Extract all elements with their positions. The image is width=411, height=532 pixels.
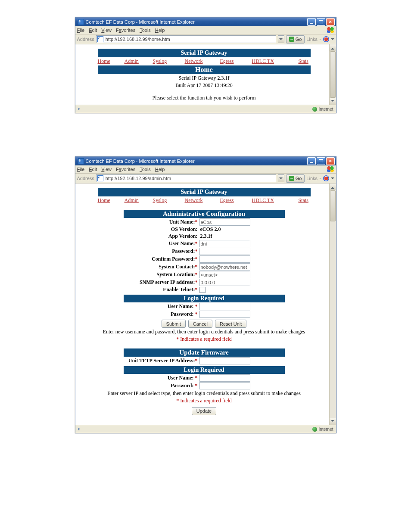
address-box[interactable] <box>96 174 276 182</box>
ie-icon <box>78 158 84 164</box>
login2-note: Enter server IP and select type, then en… <box>85 390 324 397</box>
cancel-button[interactable]: Cancel <box>188 320 212 328</box>
system-location-label: System Location:* <box>85 271 199 278</box>
toolbar-overflow-icon[interactable] <box>331 177 334 180</box>
scroll-thumb[interactable] <box>330 190 336 221</box>
scroll-up-button[interactable] <box>330 44 336 51</box>
address-dropdown[interactable] <box>278 174 284 182</box>
nav-hdlctx[interactable]: HDLC TX <box>252 58 299 65</box>
menu-help[interactable]: Help <box>155 28 165 33</box>
menu-edit[interactable]: Edit <box>89 28 97 33</box>
nav-hdlctx[interactable]: HDLC TX <box>252 197 299 204</box>
menu-tools[interactable]: Tools <box>140 28 151 33</box>
admin-config-title: Administrative Configuration <box>124 210 285 218</box>
menu-help[interactable]: Help <box>155 167 165 172</box>
nav-admin[interactable]: Admin <box>125 58 153 65</box>
status-zone: Internet <box>319 107 333 112</box>
maximize-button[interactable] <box>317 18 325 26</box>
scroll-thumb[interactable] <box>330 51 336 98</box>
nav-syslog[interactable]: Syslog <box>153 197 185 204</box>
vertical-scrollbar[interactable] <box>329 184 336 425</box>
go-button[interactable]: →Go <box>286 174 305 183</box>
app-version-value: 2.3.1f <box>199 233 212 240</box>
password-input[interactable] <box>199 248 250 255</box>
address-input[interactable] <box>105 175 275 181</box>
address-label: Address <box>77 176 94 181</box>
nav-tabs: Home Admin Syslog Network Egress HDLC TX… <box>98 57 311 65</box>
minimize-button[interactable] <box>307 157 316 165</box>
nav-network[interactable]: Network <box>185 58 220 65</box>
menu-file[interactable]: File <box>77 167 85 172</box>
unit-name-input[interactable] <box>199 218 250 226</box>
nav-home[interactable]: Home <box>98 197 125 204</box>
scroll-up-button[interactable] <box>330 184 336 190</box>
security-shield-icon[interactable] <box>323 175 329 181</box>
tftp-ip-label: Unit TFTP Server IP Address:* <box>85 358 199 364</box>
address-box[interactable] <box>96 35 276 43</box>
snmp-ip-label: SNMP server IP address:* <box>85 279 199 286</box>
minimize-button[interactable] <box>307 18 316 26</box>
maximize-button[interactable] <box>317 157 325 165</box>
user-name-label: User Name:* <box>85 240 199 247</box>
menubar: File Edit View Favorites Tools Help <box>75 165 336 174</box>
nav-home[interactable]: Home <box>98 58 125 65</box>
security-shield-icon[interactable] <box>323 36 329 42</box>
reset-unit-button[interactable]: Reset Unit <box>215 320 246 328</box>
system-contact-input[interactable] <box>199 263 250 271</box>
login2-user-label: User Name: * <box>85 375 199 381</box>
menu-favorites[interactable]: Favorites <box>116 28 135 33</box>
status-zone: Internet <box>319 427 333 432</box>
login1-pass-input[interactable] <box>199 311 250 318</box>
menu-view[interactable]: View <box>101 28 112 33</box>
nav-admin[interactable]: Admin <box>125 197 153 204</box>
page-viewport: Serial IP Gateway Home Admin Syslog Netw… <box>75 44 336 105</box>
nav-egress[interactable]: Egress <box>220 197 252 204</box>
nav-stats[interactable]: Stats <box>299 58 308 65</box>
titlebar: Comtech EF Data Corp - Microsoft Interne… <box>75 157 336 165</box>
login1-user-input[interactable] <box>199 303 250 310</box>
links-label[interactable]: Links <box>306 37 318 42</box>
menu-file[interactable]: File <box>77 28 85 33</box>
links-label[interactable]: Links <box>306 176 318 181</box>
system-location-input[interactable] <box>199 271 250 278</box>
app-banner: Serial IP Gateway <box>98 49 311 57</box>
menu-view[interactable]: View <box>101 167 112 172</box>
close-button[interactable] <box>326 18 335 26</box>
submit-button[interactable]: Submit <box>162 320 186 328</box>
scroll-down-button[interactable] <box>330 418 336 425</box>
nav-stats[interactable]: Stats <box>299 197 308 204</box>
address-dropdown[interactable] <box>278 35 284 43</box>
enable-telnet-checkbox[interactable] <box>199 287 206 293</box>
menubar: File Edit View Favorites Tools Help <box>75 26 336 34</box>
snmp-ip-input[interactable] <box>199 279 250 286</box>
ie-icon <box>78 19 84 25</box>
close-button[interactable] <box>326 157 335 165</box>
vertical-scrollbar[interactable] <box>329 44 336 105</box>
go-button[interactable]: →Go <box>286 35 305 44</box>
nav-network[interactable]: Network <box>185 197 220 204</box>
login-required-1-title: Login Required <box>124 295 285 302</box>
scroll-down-button[interactable] <box>330 98 336 105</box>
instruction-line: Please select the function tab you wish … <box>85 95 324 101</box>
build-line: Built Apr 17 2007 13:49:20 <box>85 82 324 89</box>
user-name-input[interactable] <box>199 240 250 247</box>
os-version-label: OS Version: <box>85 226 199 233</box>
login2-pass-input[interactable] <box>199 382 250 389</box>
login2-user-input[interactable] <box>199 374 250 382</box>
menu-edit[interactable]: Edit <box>89 167 97 172</box>
login1-pass-label: Password: * <box>85 311 199 317</box>
window-title: Comtech EF Data Corp - Microsoft Interne… <box>86 19 195 25</box>
nav-tabs: Home Admin Syslog Network Egress HDLC TX… <box>98 196 311 205</box>
menu-tools[interactable]: Tools <box>140 167 151 172</box>
confirm-password-input[interactable] <box>199 255 250 263</box>
status-bar: Internet <box>75 425 336 433</box>
internet-zone-icon <box>312 107 317 112</box>
tftp-ip-input[interactable] <box>199 357 250 364</box>
nav-syslog[interactable]: Syslog <box>153 58 185 65</box>
browser-window-home: Comtech EF Data Corp - Microsoft Interne… <box>75 17 336 113</box>
nav-egress[interactable]: Egress <box>220 58 252 65</box>
update-button[interactable]: Update <box>192 407 216 415</box>
address-input[interactable] <box>105 36 275 42</box>
menu-favorites[interactable]: Favorites <box>116 167 135 172</box>
toolbar-overflow-icon[interactable] <box>331 37 334 41</box>
